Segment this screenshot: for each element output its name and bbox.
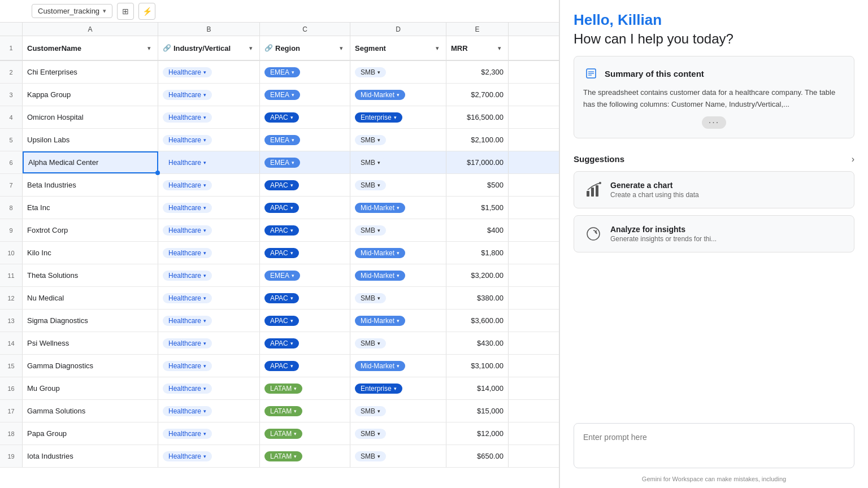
table-row[interactable]: 2 Chi Enterprises Healthcare▾ EMEA▾ SMB▾… (0, 61, 559, 84)
table-row[interactable]: 15 Gamma Diagnostics Healthcare▾ APAC▾ M… (0, 355, 559, 377)
cell-region[interactable]: APAC▾ (260, 332, 350, 354)
region-pill[interactable]: APAC▾ (264, 361, 299, 371)
segment-pill[interactable]: Mid-Market▾ (355, 316, 405, 326)
region-pill[interactable]: EMEA▾ (264, 271, 300, 281)
cell-segment[interactable]: Mid-Market▾ (350, 355, 446, 377)
region-pill[interactable]: LATAM▾ (264, 429, 302, 439)
col-header-c[interactable]: C (260, 23, 350, 36)
cell-industry[interactable]: Healthcare▾ (158, 61, 260, 83)
segment-pill[interactable]: SMB▾ (355, 180, 386, 190)
cell-customer-name[interactable]: Gamma Diagnostics (23, 355, 158, 377)
cell-segment[interactable]: Enterprise▾ (350, 377, 446, 399)
industry-pill[interactable]: Healthcare▾ (163, 180, 212, 190)
segment-pill[interactable]: SMB▾ (355, 406, 386, 416)
cell-region[interactable]: LATAM▾ (260, 377, 350, 399)
segment-pill[interactable]: SMB▾ (355, 158, 386, 168)
table-row[interactable]: 13 Sigma Diagnostics Healthcare▾ APAC▾ M… (0, 310, 559, 332)
cell-customer-name[interactable]: Sigma Diagnostics (23, 310, 158, 332)
table-row[interactable]: 3 Kappa Group Healthcare▾ EMEA▾ Mid-Mark… (0, 84, 559, 106)
region-sort[interactable]: ▾ (337, 43, 345, 53)
cell-industry[interactable]: Healthcare▾ (158, 151, 260, 173)
cell-customer-name[interactable]: Chi Enterprises (23, 61, 158, 83)
cell-segment[interactable]: SMB▾ (350, 61, 446, 83)
cell-industry[interactable]: Healthcare▾ (158, 129, 260, 151)
cell-customer-name[interactable]: Psi Wellness (23, 332, 158, 354)
region-pill[interactable]: EMEA▾ (264, 90, 300, 100)
flash-button[interactable]: ⚡ (138, 3, 155, 20)
region-pill[interactable]: APAC▾ (264, 248, 299, 258)
cell-segment[interactable]: SMB▾ (350, 422, 446, 445)
cell-industry[interactable]: Healthcare▾ (158, 332, 260, 354)
region-pill[interactable]: LATAM▾ (264, 406, 302, 416)
table-row[interactable]: 18 Papa Group Healthcare▾ LATAM▾ SMB▾ $1… (0, 422, 559, 445)
table-row[interactable]: 19 Iota Industries Healthcare▾ LATAM▾ SM… (0, 445, 559, 468)
col-header-e[interactable]: E (446, 23, 509, 36)
cell-industry[interactable]: Healthcare▾ (158, 264, 260, 286)
cell-industry[interactable]: Healthcare▾ (158, 174, 260, 196)
cell-industry[interactable]: Healthcare▾ (158, 106, 260, 128)
industry-pill[interactable]: Healthcare▾ (163, 384, 212, 394)
cell-segment[interactable]: Mid-Market▾ (350, 197, 446, 219)
segment-pill[interactable]: Mid-Market▾ (355, 203, 405, 213)
cell-region[interactable]: APAC▾ (260, 219, 350, 241)
industry-sort[interactable]: ▾ (247, 43, 255, 53)
cell-customer-name[interactable]: Nu Medical (23, 287, 158, 309)
region-pill[interactable]: APAC▾ (264, 338, 299, 348)
industry-pill[interactable]: Healthcare▾ (163, 271, 212, 281)
cell-industry[interactable]: Healthcare▾ (158, 287, 260, 309)
generate-chart-card[interactable]: Generate a chart Create a chart using th… (574, 171, 854, 208)
table-row[interactable]: 14 Psi Wellness Healthcare▾ APAC▾ SMB▾ $… (0, 332, 559, 355)
region-pill[interactable]: APAC▾ (264, 293, 299, 303)
region-pill[interactable]: EMEA▾ (264, 135, 300, 145)
cell-segment[interactable]: SMB▾ (350, 174, 446, 196)
cell-region[interactable]: EMEA▾ (260, 151, 350, 173)
expand-summary-button[interactable]: ··· (583, 116, 845, 129)
ai-prompt-input[interactable] (574, 423, 854, 468)
mrr-sort[interactable]: ▾ (496, 43, 504, 53)
table-row[interactable]: 4 Omicron Hospital Healthcare▾ APAC▾ Ent… (0, 106, 559, 129)
grid-view-button[interactable]: ⊞ (117, 3, 134, 20)
cell-customer-name[interactable]: Alpha Medical Center (23, 151, 158, 173)
segment-pill[interactable]: SMB▾ (355, 67, 386, 77)
segment-pill[interactable]: SMB▾ (355, 338, 386, 348)
region-pill[interactable]: LATAM▾ (264, 384, 302, 394)
industry-pill[interactable]: Healthcare▾ (163, 293, 212, 303)
region-pill[interactable]: APAC▾ (264, 225, 299, 236)
header-industry[interactable]: 🔗 Industry/Vertical ▾ (158, 36, 260, 60)
cell-industry[interactable]: Healthcare▾ (158, 84, 260, 106)
header-region[interactable]: 🔗 Region ▾ (260, 36, 350, 60)
segment-pill[interactable]: Mid-Market▾ (355, 361, 405, 371)
segment-pill[interactable]: SMB▾ (355, 135, 386, 145)
cell-customer-name[interactable]: Mu Group (23, 377, 158, 399)
cell-industry[interactable]: Healthcare▾ (158, 377, 260, 399)
industry-pill[interactable]: Healthcare▾ (163, 112, 212, 123)
cell-segment[interactable]: SMB▾ (350, 219, 446, 241)
table-row[interactable]: 10 Kilo Inc Healthcare▾ APAC▾ Mid-Market… (0, 242, 559, 264)
industry-pill[interactable]: Healthcare▾ (163, 316, 212, 326)
cell-region[interactable]: APAC▾ (260, 197, 350, 219)
industry-pill[interactable]: Healthcare▾ (163, 135, 212, 145)
industry-pill[interactable]: Healthcare▾ (163, 203, 212, 213)
table-row[interactable]: 12 Nu Medical Healthcare▾ APAC▾ SMB▾ $38… (0, 287, 559, 310)
cell-region[interactable]: LATAM▾ (260, 422, 350, 445)
industry-pill[interactable]: Healthcare▾ (163, 225, 212, 236)
header-mrr[interactable]: MRR ▾ (446, 36, 509, 60)
segment-pill[interactable]: SMB▾ (355, 451, 386, 461)
region-pill[interactable]: EMEA▾ (264, 67, 300, 77)
cell-region[interactable]: EMEA▾ (260, 84, 350, 106)
segment-pill[interactable]: Mid-Market▾ (355, 90, 405, 100)
region-pill[interactable]: APAC▾ (264, 316, 299, 326)
cell-segment[interactable]: SMB▾ (350, 151, 446, 173)
industry-pill[interactable]: Healthcare▾ (163, 429, 212, 439)
cell-region[interactable]: APAC▾ (260, 355, 350, 377)
cell-industry[interactable]: Healthcare▾ (158, 219, 260, 241)
industry-pill[interactable]: Healthcare▾ (163, 338, 212, 348)
industry-pill[interactable]: Healthcare▾ (163, 361, 212, 371)
segment-pill[interactable]: Mid-Market▾ (355, 248, 405, 258)
cell-industry[interactable]: Healthcare▾ (158, 242, 260, 264)
industry-pill[interactable]: Healthcare▾ (163, 406, 212, 416)
industry-pill[interactable]: Healthcare▾ (163, 158, 212, 168)
cell-region[interactable]: EMEA▾ (260, 61, 350, 83)
customer-name-sort[interactable]: ▾ (145, 43, 153, 53)
segment-pill[interactable]: Enterprise▾ (355, 384, 402, 394)
